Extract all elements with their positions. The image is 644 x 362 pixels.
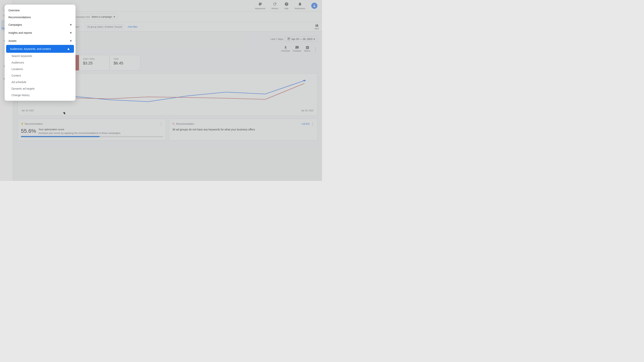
nav-audiences-label: Audiences, keywords, and content xyxy=(10,47,51,51)
nav-content-label: Content xyxy=(12,74,21,77)
nav-assets-label: Assets xyxy=(8,39,16,42)
nav-item-overview[interactable]: Overview xyxy=(4,7,76,14)
sidebar-panel: Overview Recommendations Campaigns ▾ Ins… xyxy=(4,5,76,101)
nav-sub-ad-schedule[interactable]: Ad schedule xyxy=(4,79,76,85)
nav-item-recommendations[interactable]: Recommendations xyxy=(4,14,76,21)
nav-campaigns-label: Campaigns xyxy=(8,23,22,26)
nav-change-history-label: Change history xyxy=(12,94,30,97)
assets-chevron-icon: ▾ xyxy=(70,39,72,43)
nav-sub-dynamic-ad-targets[interactable]: Dynamic ad targets xyxy=(4,85,76,92)
nav-item-audiences-keywords[interactable]: Audiences, keywords, and content ▲ xyxy=(6,45,74,53)
nav-sub-change-history[interactable]: Change history xyxy=(4,92,76,98)
audiences-chevron-icon: ▲ xyxy=(67,47,70,51)
nav-audiences-sub-label: Audiences xyxy=(12,61,24,64)
nav-sub-audiences[interactable]: Audiences xyxy=(4,59,76,66)
nav-overview-label: Overview xyxy=(8,9,20,12)
nav-sub-search-keywords[interactable]: Search keywords xyxy=(4,53,76,59)
nav-ad-schedule-label: Ad schedule xyxy=(12,81,26,84)
nav-search-keywords-label: Search keywords xyxy=(12,55,32,58)
nav-dynamic-ad-targets-label: Dynamic ad targets xyxy=(12,87,35,90)
nav-insights-label: Insights and reports xyxy=(8,31,32,34)
nav-recommendations-label: Recommendations xyxy=(8,16,31,19)
nav-item-insights[interactable]: Insights and reports ▾ xyxy=(4,29,76,37)
nav-sub-locations[interactable]: Locations xyxy=(4,66,76,72)
nav-locations-label: Locations xyxy=(12,68,23,71)
nav-item-campaigns[interactable]: Campaigns ▾ xyxy=(4,21,76,29)
nav-sub-content[interactable]: Content xyxy=(4,72,76,79)
campaigns-chevron-icon: ▾ xyxy=(70,23,72,27)
insights-chevron-icon: ▾ xyxy=(70,31,72,35)
nav-item-assets[interactable]: Assets ▾ xyxy=(4,37,76,45)
